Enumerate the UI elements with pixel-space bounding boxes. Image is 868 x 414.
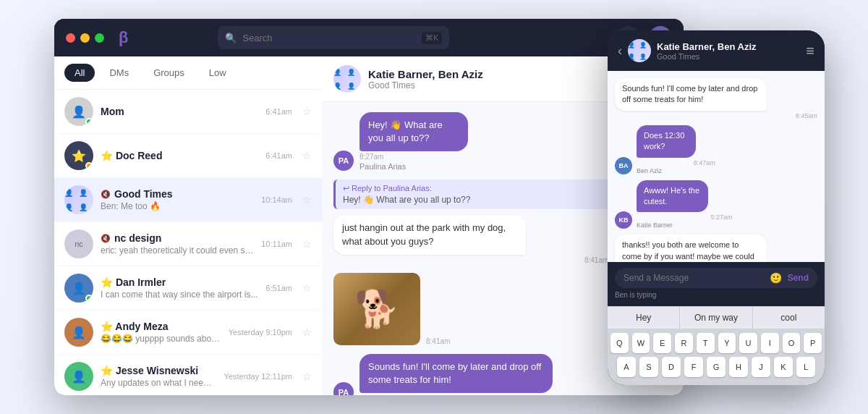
convo-preview-dan-irmler: I can come that way since the airport is…	[101, 290, 258, 300]
sidebar: All DMs Groups Low 👤 Mom 6:41am ☆	[54, 56, 322, 395]
maximize-button[interactable]	[95, 33, 104, 43]
phone-menu-button[interactable]: ≡	[806, 43, 814, 59]
convo-name-good-times: 🔇 Good Times	[101, 188, 254, 200]
back-button[interactable]: ‹	[618, 43, 622, 59]
ph-sender-2: Ben Aziz	[637, 167, 715, 174]
convo-content-andy-meza: ⭐ Andy Meza 😂😂😂 yupppp sounds about righ…	[101, 321, 221, 344]
convo-time-mom: 6:41am	[265, 107, 292, 116]
conversation-item-mom[interactable]: 👤 Mom 6:41am ☆	[54, 90, 322, 134]
phone-chat-avatar: 👤👤👤👤	[628, 39, 651, 62]
ph-avatar-2: BA	[615, 157, 632, 174]
status-dot-dan	[85, 295, 93, 302]
phone-input-row: 🙂 Send	[615, 268, 817, 288]
ph-sender-3: Katie Barner	[637, 221, 733, 229]
phone-message-3: KB Awww! He's the cutest. 5:27am Katie B…	[615, 180, 817, 229]
avatar-doc-reed: ⭐	[64, 141, 93, 170]
convo-time-dan-irmler: 6:51am	[265, 284, 292, 292]
key-T[interactable]: T	[697, 333, 715, 353]
conversation-item-dan-irmler[interactable]: 👤 ⭐ Dan Irmler I can come that way since…	[54, 266, 322, 310]
ph-time-2: 8:47am	[637, 159, 715, 166]
phone-chat-subtitle: Good Times	[657, 52, 800, 61]
app-window: β 🔍 ⌘K ⚙ 👤 All DMs Groups Low	[54, 19, 684, 395]
conversation-item-andy-meza[interactable]: 👤 ⭐ Andy Meza 😂😂😂 yupppp sounds about ri…	[54, 310, 322, 355]
key-K[interactable]: K	[774, 357, 793, 377]
conversation-item-doc-reed[interactable]: ⭐ ⭐ Doc Reed 6:41am ☆	[54, 134, 322, 178]
avatar-andy-meza: 👤	[64, 318, 93, 347]
key-F[interactable]: F	[684, 357, 703, 377]
convo-content-nc-design: 🔇 nc design eric: yeah theoretically it …	[101, 232, 254, 255]
tab-low[interactable]: Low	[199, 64, 237, 82]
ph-msg-content-4: thanks!! you both are welcome to come by…	[615, 235, 817, 262]
key-I[interactable]: I	[761, 333, 779, 353]
tab-dms[interactable]: DMs	[99, 64, 139, 82]
conversation-item-good-times[interactable]: 👤👤👤👤 🔇 Good Times Ben: Me too 🔥 10:14am …	[54, 178, 322, 222]
phone-header: ‹ 👤👤👤👤 Katie Barner, Ben Aziz Good Times…	[608, 30, 825, 71]
key-G[interactable]: G	[707, 357, 726, 377]
convo-content-jesse: ⭐ Jesse Wisnewski Any updates on what I …	[101, 365, 217, 388]
conversation-item-jesse[interactable]: 👤 ⭐ Jesse Wisnewski Any updates on what …	[54, 355, 322, 395]
phone-chat-name: Katie Barner, Ben Aziz	[657, 41, 800, 52]
mobile-phone: ‹ 👤👤👤👤 Katie Barner, Ben Aziz Good Times…	[608, 30, 825, 385]
key-U[interactable]: U	[739, 333, 757, 353]
msg-content-2: just hangin out at the park with my dog,…	[333, 215, 608, 263]
key-J[interactable]: J	[752, 357, 770, 377]
key-Q[interactable]: Q	[610, 333, 629, 353]
star-icon-nc-design: ☆	[302, 238, 312, 250]
convo-preview-nc-design: eric: yeah theoretically it could even s…	[101, 245, 254, 255]
key-E[interactable]: E	[653, 333, 671, 353]
key-H[interactable]: H	[729, 357, 748, 377]
close-button[interactable]	[66, 33, 75, 43]
key-R[interactable]: R	[675, 333, 693, 353]
phone-message-input[interactable]	[624, 273, 764, 283]
key-W[interactable]: W	[632, 333, 650, 353]
msg-sender-1: Paulina Arias	[359, 162, 515, 171]
msg-time-2: 8:41am	[333, 256, 608, 264]
key-L[interactable]: L	[796, 357, 815, 377]
emoji-icon[interactable]: 🙂	[770, 272, 782, 284]
ph-bubble-3: Awww! He's the cutest.	[637, 180, 708, 213]
ph-time-3: 5:27am	[637, 214, 733, 221]
msg-content-1: Hey! 👋 What are you all up to?? 8:27am P…	[359, 112, 515, 171]
msg-content-4: Sounds fun! I'll come by later and drop …	[359, 354, 636, 395]
phone-message-1: Sounds fun! I'll come by later and drop …	[615, 78, 817, 119]
star-icon-jesse: ☆	[302, 371, 312, 382]
avatar-good-times: 👤👤👤👤	[64, 185, 93, 214]
search-bar[interactable]: 🔍 ⌘K	[218, 26, 449, 49]
star-icon-doc-reed: ☆	[302, 150, 312, 161]
message-bubble-4: Sounds fun! I'll come by later and drop …	[359, 354, 553, 393]
key-P[interactable]: P	[804, 333, 822, 353]
star-icon-dan-irmler: ☆	[302, 282, 312, 294]
phone-send-button[interactable]: Send	[788, 273, 809, 283]
status-dot-doc-reed	[85, 162, 93, 169]
search-icon: 🔍	[225, 33, 237, 43]
tab-all[interactable]: All	[64, 64, 95, 82]
suggestion-hey[interactable]: Hey	[608, 307, 680, 329]
avatar-paulina: PA	[333, 151, 354, 171]
key-O[interactable]: O	[783, 333, 801, 353]
app-logo: β	[119, 28, 128, 47]
suggestion-cool[interactable]: cool	[753, 307, 825, 329]
star-icon-mom: ☆	[302, 106, 312, 117]
key-A[interactable]: A	[617, 357, 636, 377]
status-dot-mom	[85, 118, 93, 125]
phone-input-area: 🙂 Send Ben is typing	[608, 262, 825, 306]
convo-time-good-times: 10:14am	[261, 195, 292, 204]
ph-msg-content-2: Does 12:30 work? 8:47am Ben Aziz	[637, 125, 715, 174]
search-input[interactable]	[242, 33, 416, 43]
tab-groups[interactable]: Groups	[143, 64, 195, 82]
suggestion-on-my-way[interactable]: On my way	[680, 307, 752, 329]
ph-msg-content-1: Sounds fun! I'll come by later and drop …	[615, 78, 817, 119]
window-controls	[66, 33, 104, 43]
conversation-item-nc-design[interactable]: nc 🔇 nc design eric: yeah theoretically …	[54, 222, 322, 266]
convo-content-dan-irmler: ⭐ Dan Irmler I can come that way since t…	[101, 276, 258, 300]
convo-time-doc-reed: 6:41am	[265, 151, 292, 160]
dog-photo	[333, 273, 420, 345]
avatar-dan-irmler: 👤	[64, 274, 93, 303]
key-S[interactable]: S	[639, 357, 658, 377]
minimize-button[interactable]	[80, 33, 90, 43]
key-Y[interactable]: Y	[718, 333, 736, 353]
phone-suggestions: Hey On my way cool	[608, 306, 825, 329]
phone-typing-indicator: Ben is typing	[615, 288, 817, 300]
ph-bubble-4: thanks!! you both are welcome to come by…	[615, 235, 767, 262]
key-D[interactable]: D	[662, 357, 681, 377]
